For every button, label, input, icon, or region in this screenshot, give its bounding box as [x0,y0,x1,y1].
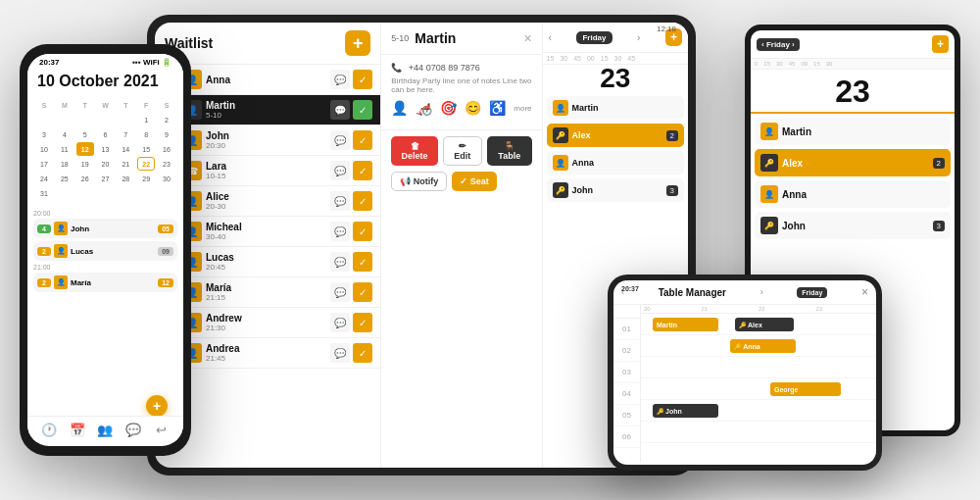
tp-block-john[interactable]: 🔑John [653,404,718,418]
wl-check-lara[interactable]: ✓ [353,161,372,180]
waitlist-add-button[interactable]: + [345,30,370,56]
tl-icon-john: 🔑 [553,182,568,198]
table-manager-screen: ‹ Table Manager › Friday × 01 02 03 04 0… [613,280,876,465]
bt-item-martin[interactable]: 👤 Martin [755,118,951,145]
wl-chat-john[interactable]: 💬 [330,130,350,150]
phone-calendar: S M T W T F S 12 3456789 10111213141516 [27,96,183,203]
cal-week-3: 10111213141516 [35,142,175,156]
cal-day-fri: F [137,98,155,112]
wl-time-lucas: 20:45 [206,263,326,272]
bt-name-anna: Anna [782,189,945,200]
tl-item-alex[interactable]: 🔑 Alex 2 [547,124,684,147]
delete-button[interactable]: 🗑 Delete [391,136,437,166]
nav-icon-back[interactable]: ↩ [151,421,172,438]
bt-num-john: 3 [933,221,945,231]
wl-actions-maria: 💬 ✓ [330,282,372,302]
scene: 20:37 ▪▪▪ WiFi 🔋 10 October 2021 S M T W… [20,15,960,485]
wl-time-alice: 20-30 [206,202,326,211]
tp-header: ‹ Table Manager › Friday × [613,280,876,305]
tp-grid-row-4: George [641,378,876,400]
wl-chat-andrew[interactable]: 💬 [330,313,350,332]
tl-prev-button[interactable]: ‹ [549,32,552,43]
table-manager-device: ‹ Table Manager › Friday × 01 02 03 04 0… [608,275,882,471]
wl-check-andrea[interactable]: ✓ [353,343,372,363]
phone-bottom-nav: 🕐 📅 👥 💬 ↩ [27,416,183,442]
tp-block-martin[interactable]: Martin [653,318,718,331]
tp-date-label[interactable]: Friday [797,287,827,298]
bt-item-alex[interactable]: 🔑 Alex 2 [755,149,951,176]
wl-check-john[interactable]: ✓ [353,130,372,150]
tl-item-john[interactable]: 🔑 John 3 [547,178,684,202]
nav-icon-clock[interactable]: 🕐 [38,421,60,438]
detail-actions-row: 🗑 Delete ✏ Edit 🪑 Table [381,130,541,172]
tl-big-date: 23 [543,65,688,92]
tp-block-george[interactable]: George [770,382,841,396]
slot-num-john: 05 [158,225,173,233]
wl-name-andrew: Andrew [206,313,326,324]
wl-info-john: John 20:30 [206,130,326,150]
bt-add-button[interactable]: + [932,35,949,53]
wl-check-martin[interactable]: ✓ [353,100,372,120]
bt-big-date: 23 [751,70,955,114]
bt-name-martin: Martin [782,126,945,137]
wl-name-alice: Alice [206,191,326,202]
detail-icon-person: 👤 [391,100,408,116]
tp-block-alex[interactable]: 🔑Alex [735,318,794,331]
wl-time-andrea: 21:45 [206,354,326,363]
wl-chat-lucas[interactable]: 💬 [330,252,350,272]
bt-header: ‹ Friday › + [751,30,955,59]
tl-date-label[interactable]: Friday [576,31,612,44]
wl-check-maria[interactable]: ✓ [353,282,372,302]
cal-week-5: 24252627282930 [35,172,175,185]
wl-actions-micheal: 💬 ✓ [330,222,372,241]
table-button[interactable]: 🪑 Table [487,136,532,166]
wl-chat-lara[interactable]: 💬 [330,161,350,180]
wl-chat-alice[interactable]: 💬 [330,191,350,211]
detail-close-button[interactable]: × [523,30,531,46]
notify-button[interactable]: 📢 Notify [391,172,447,191]
phone-slot-john[interactable]: 4 👤 John 05 [33,219,177,238]
nav-icon-users[interactable]: 👥 [94,421,116,438]
tl-next-button[interactable]: › [637,32,640,43]
wl-chat-maria[interactable]: 💬 [330,282,350,302]
phone-slot-maria[interactable]: 2 👤 María 12 [33,273,177,292]
detail-phone-number: 📞 +44 0708 89 7876 [391,63,531,73]
tp-status-time: 20:37 [621,285,639,292]
wl-check-lucas[interactable]: ✓ [353,252,372,272]
wl-actions-lara: 💬 ✓ [330,161,372,180]
wl-info-maria: María 21:15 [206,282,326,302]
bt-items: 👤 Martin 🔑 Alex 2 👤 Anna 🔑 John 3 [751,114,955,243]
wl-actions-anna: 💬 ✓ [330,70,372,89]
wl-chat-micheal[interactable]: 💬 [330,222,350,241]
slot-badge-lucas: 2 [37,247,51,256]
detail-body: 📞 +44 0708 89 7876 Birthday Party line o… [381,55,541,130]
tl-item-anna[interactable]: 👤 Anna [547,151,684,175]
bt-nav-prev[interactable]: ‹ Friday › [757,38,800,51]
wl-check-anna[interactable]: ✓ [353,70,372,89]
tl-item-martin[interactable]: 👤 Martin [547,96,684,120]
wl-check-micheal[interactable]: ✓ [353,222,372,241]
tp-block-anna[interactable]: 🔑Anna [730,339,796,353]
wl-check-alice[interactable]: ✓ [353,191,372,211]
wl-chat-andrea[interactable]: 💬 [330,343,350,363]
phone-add-button[interactable]: + [146,395,168,417]
wl-name-maria: María [206,282,326,293]
nav-icon-chat[interactable]: 💬 [122,421,144,438]
tp-close-button[interactable]: × [861,285,868,299]
nav-icon-calendar[interactable]: 📅 [67,421,88,438]
wl-check-andrew[interactable]: ✓ [353,313,372,332]
wl-chat-anna[interactable]: 💬 [330,70,350,89]
phone-slot-lucas[interactable]: 2 👤 Lucas 09 [33,241,177,261]
slot-badge-john: 4 [37,225,51,233]
bt-item-john[interactable]: 🔑 John 3 [755,212,951,239]
bt-item-anna[interactable]: 👤 Anna [755,180,951,208]
tp-next-button[interactable]: › [760,287,763,297]
slot-num-lucas: 09 [158,247,173,256]
tp-row-02: 02 [613,340,640,362]
seat-button[interactable]: ✓ Seat [452,172,497,191]
wl-actions-andrew: 💬 ✓ [330,313,372,332]
wl-chat-martin[interactable]: 💬 [330,100,350,120]
wl-info-alice: Alice 20-30 [206,191,326,211]
edit-button[interactable]: ✏ Edit [443,136,482,166]
slot-name-lucas: Lucas [71,247,155,256]
